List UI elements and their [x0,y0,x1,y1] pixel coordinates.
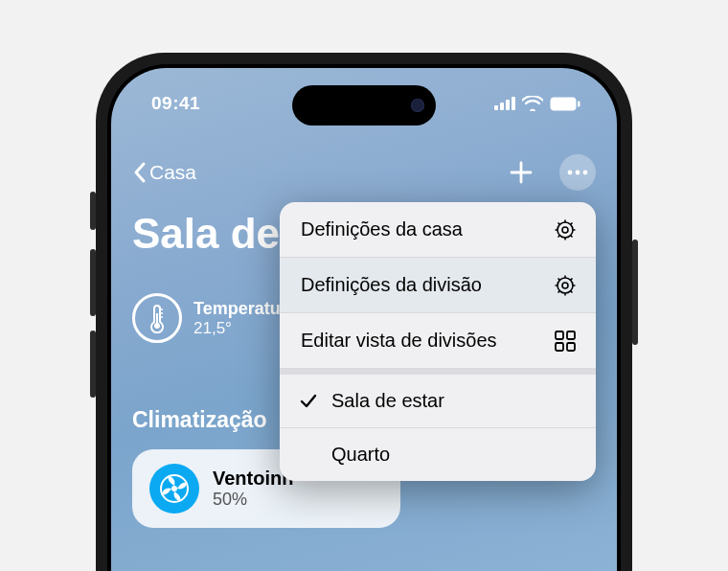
svg-line-25 [571,222,573,224]
temperature-value: 21,5° [193,319,281,338]
svg-rect-36 [556,331,563,339]
more-button[interactable] [559,154,596,191]
screen: 09:41 [111,68,617,571]
svg-point-27 [562,283,568,288]
back-label: Casa [149,161,196,184]
svg-point-17 [562,227,568,233]
svg-point-6 [568,171,573,175]
svg-point-16 [557,222,573,238]
battery-icon [550,97,580,111]
checkmark-icon [299,394,318,409]
svg-line-32 [558,278,560,280]
gear-icon [554,274,577,297]
svg-rect-37 [567,331,575,339]
dynamic-island [292,85,436,126]
gear-icon [554,218,577,241]
side-button [632,240,638,345]
svg-rect-3 [512,97,515,110]
svg-line-23 [571,235,573,237]
menu-room-quarto[interactable]: Quarto [280,428,596,481]
svg-point-26 [557,278,573,293]
fan-icon [149,464,199,514]
svg-line-22 [558,222,560,224]
climate-section-label: Climatização [132,407,267,433]
status-time: 09:41 [151,93,200,114]
svg-rect-1 [500,103,504,110]
context-menu: Definições da casa Definições da divisão [280,202,596,481]
menu-label: Editar vista de divisões [301,329,497,353]
temperature-summary[interactable]: Temperatu 21,5° [132,293,281,343]
wifi-icon [522,96,543,111]
menu-item-edit-rooms[interactable]: Editar vista de divisões [280,313,596,368]
thermometer-icon [132,293,182,343]
menu-item-room-settings[interactable]: Definições da divisão [280,258,596,312]
chevron-left-icon [132,161,148,184]
room-label: Sala de estar [331,390,444,412]
temperature-label: Temperatu [193,299,281,319]
camera-icon [411,99,424,112]
svg-point-7 [576,171,580,175]
svg-point-8 [583,171,588,175]
grid-icon [554,330,577,353]
svg-line-24 [558,235,560,237]
phone-frame: 09:41 [96,53,632,571]
svg-point-15 [171,486,177,491]
svg-rect-4 [551,97,577,110]
menu-item-home-settings[interactable]: Definições da casa [280,202,596,257]
svg-rect-2 [506,100,510,110]
cellular-icon [494,97,515,110]
svg-rect-39 [567,343,575,351]
svg-rect-5 [578,101,580,106]
svg-line-35 [571,278,573,280]
add-button[interactable] [504,155,538,190]
page-title: Sala de [132,210,280,258]
svg-rect-0 [494,105,498,110]
svg-line-34 [558,290,560,292]
accessory-value: 50% [213,490,293,510]
room-label: Quarto [331,444,390,466]
svg-rect-38 [556,343,563,351]
menu-label: Definições da divisão [301,273,482,297]
menu-label: Definições da casa [301,217,463,241]
menu-room-sala-de-estar[interactable]: Sala de estar [280,375,596,427]
svg-line-33 [571,290,573,292]
back-button[interactable]: Casa [132,161,196,184]
